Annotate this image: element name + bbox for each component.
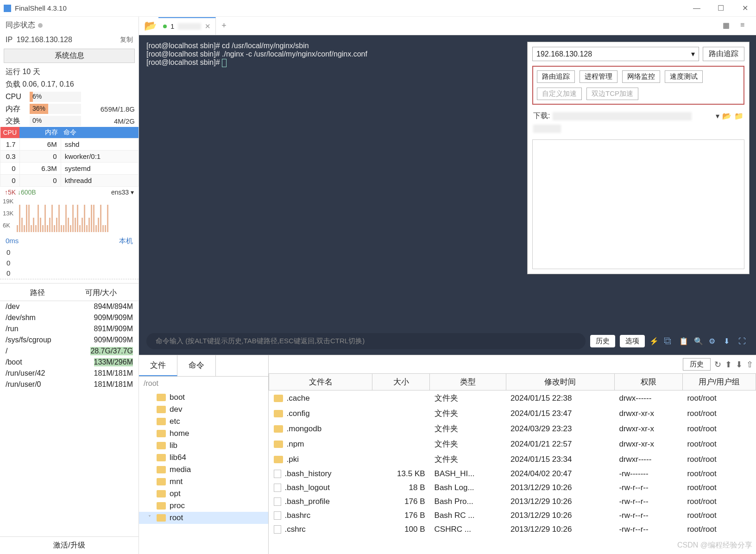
file-row[interactable]: .cshrc100 BCSHRC ...2013/12/29 10:26-rw-… (269, 523, 756, 536)
menu-icon[interactable]: ≡ (740, 21, 750, 31)
open-folder-icon[interactable]: 📂 (722, 112, 731, 120)
disk-row[interactable]: /boot133M/296M (0, 357, 139, 368)
folder-icon (157, 502, 166, 510)
new-tab-button[interactable]: + (216, 21, 232, 31)
activate-button[interactable]: 激活/升级 (0, 536, 139, 554)
panel-tool[interactable]: 双边TCP加速 (586, 88, 638, 100)
tree-node[interactable]: mnt (139, 476, 268, 488)
folder-icon (157, 430, 166, 437)
file-row[interactable]: .mongodb文件夹2024/03/29 23:23drwxr-xr-xroo… (269, 421, 756, 436)
history-button[interactable]: 历史 (590, 335, 615, 347)
tree-node[interactable]: opt (139, 488, 268, 500)
process-table: CPU内存命令 1.76Msshd0.30kworker/0:106.3Msys… (0, 127, 139, 187)
minimize-button[interactable]: — (693, 5, 700, 12)
folder-icon (157, 514, 166, 522)
fullscreen-icon[interactable]: ⛶ (738, 337, 749, 346)
chevron-down-icon: ▾ (691, 50, 695, 58)
tree-node[interactable]: ˅root (139, 512, 268, 524)
command-input[interactable]: 命令输入 (按ALT键提示历史,TAB键路径,ESC键返回,双击CTRL切换) (146, 333, 586, 349)
process-row[interactable]: 0.30kworker/0:1 (0, 151, 139, 163)
load-avg: 负载 0.06, 0.17, 0.16 (0, 78, 139, 91)
process-row[interactable]: 1.76Msshd (0, 138, 139, 151)
traceroute-button[interactable]: 路由追踪 (703, 47, 744, 61)
folder-icon (157, 394, 166, 401)
folder-icon (157, 466, 166, 473)
file-icon (274, 470, 281, 478)
tree-node[interactable]: etc (139, 416, 268, 428)
paste-icon[interactable]: 📋 (679, 337, 689, 346)
search-icon[interactable]: 🔍 (694, 337, 704, 346)
disk-row[interactable]: /run/user/0181M/181M (0, 379, 139, 390)
tree-node[interactable]: home (139, 428, 268, 440)
panel-tool[interactable]: 网络监控 (622, 70, 660, 83)
file-table[interactable]: 文件名大小类型修改时间权限用户/用户组 .cache文件夹2024/01/15 … (269, 373, 756, 536)
file-row[interactable]: .config文件夹2024/01/15 23:47drwxr-xr-xroot… (269, 406, 756, 421)
window-title: FinalShell 4.3.10 (15, 4, 693, 12)
tab-label: 1 (170, 22, 174, 30)
tree-node[interactable]: lib64 (139, 452, 268, 464)
tree-node[interactable]: boot (139, 391, 268, 403)
disk-row[interactable]: /run/user/42181M/181M (0, 368, 139, 379)
file-icon (274, 511, 281, 520)
file-row[interactable]: .bash_history13.5 KBBASH_HI...2024/04/02… (269, 467, 756, 481)
maximize-button[interactable]: ☐ (717, 5, 724, 12)
panel-tool[interactable]: 路由追踪 (537, 70, 575, 83)
copy-button[interactable]: 复制 (120, 36, 133, 44)
metric-row: 内存36%659M/1.8G (0, 103, 139, 115)
folder-icon (157, 454, 166, 461)
folder-icon (274, 410, 283, 417)
file-row[interactable]: .pki文件夹2024/01/15 23:34drwxr-----root/ro… (269, 452, 756, 467)
file-row[interactable]: .cache文件夹2024/01/15 22:38drwx------root/… (269, 390, 756, 406)
file-row[interactable]: .bashrc176 BBash RC ...2013/12/29 10:26-… (269, 509, 756, 523)
download-file-icon[interactable]: ⬇ (736, 359, 743, 370)
download-icon[interactable]: ⬇ (724, 337, 734, 346)
tree-node[interactable]: dev (139, 403, 268, 416)
copy-icon[interactable]: ⿻ (664, 337, 674, 346)
tab-file[interactable]: 文件 (139, 355, 177, 376)
open-folder-icon[interactable]: 📂 (142, 18, 158, 34)
process-row[interactable]: 06.3Msystemd (0, 163, 139, 175)
watermark: CSDN @编程经验分享 (677, 541, 752, 550)
tab-session[interactable]: 1 ✕ (158, 17, 216, 35)
folder-icon (157, 490, 166, 497)
tree-node[interactable]: media (139, 464, 268, 476)
options-button[interactable]: 选项 (620, 335, 645, 347)
network-chart: 19K 13K 6K (0, 198, 139, 235)
file-row[interactable]: .npm文件夹2024/01/21 22:57drwxr-xr-xroot/ro… (269, 436, 756, 452)
disk-row[interactable]: /sys/fs/cgroup909M/909M (0, 334, 139, 346)
upload2-icon[interactable]: ⇧ (746, 359, 753, 370)
process-row[interactable]: 00kthreadd (0, 175, 139, 187)
terminal[interactable]: [root@localhost sbin]# cd /usr/local/my/… (139, 35, 756, 330)
disk-row[interactable]: /dev894M/894M (0, 301, 139, 312)
history-button-file[interactable]: 历史 (683, 358, 711, 371)
disk-row[interactable]: /run891M/909M (0, 323, 139, 334)
bolt-icon[interactable]: ⚡ (649, 337, 660, 346)
tree-node[interactable]: proc (139, 500, 268, 512)
sync-status: 同步状态 (0, 17, 139, 34)
grid-icon[interactable]: ▦ (723, 21, 733, 31)
close-tab-icon[interactable]: ✕ (205, 22, 211, 31)
app-logo (4, 5, 11, 12)
ip-label: IP 192.168.130.128 (6, 36, 72, 44)
ip-select[interactable]: 192.168.130.128▾ (532, 47, 699, 61)
caret-down-icon[interactable]: ▾ (716, 112, 719, 120)
gear-icon[interactable]: ⚙ (709, 337, 719, 346)
system-info-button[interactable]: 系统信息 (4, 49, 135, 63)
upload-icon[interactable]: ⬆ (725, 359, 732, 370)
panel-tool[interactable]: 速度测试 (665, 70, 703, 83)
panel-tool[interactable]: 自定义加速 (537, 88, 582, 100)
tab-command[interactable]: 命令 (177, 355, 216, 376)
current-path: /root (139, 377, 268, 390)
file-row[interactable]: .bash_profile176 BBash Pro...2013/12/29 … (269, 495, 756, 509)
folder-icon (157, 406, 166, 413)
file-row[interactable]: .bash_logout18 BBash Log...2013/12/29 10… (269, 481, 756, 495)
close-button[interactable]: ✕ (741, 5, 749, 12)
disk-row[interactable]: /dev/shm909M/909M (0, 312, 139, 323)
tools-panel: 192.168.130.128▾ 路由追踪 路由追踪进程管理网络监控速度测试自定… (527, 42, 750, 274)
panel-tool[interactable]: 进程管理 (580, 70, 617, 83)
disk-row[interactable]: /28.7G/37.7G (0, 346, 139, 357)
refresh-icon[interactable]: ↻ (714, 359, 721, 370)
folder-icon[interactable]: 📁 (734, 112, 743, 120)
tree-node[interactable]: lib (139, 440, 268, 452)
folder-icon (274, 441, 283, 448)
